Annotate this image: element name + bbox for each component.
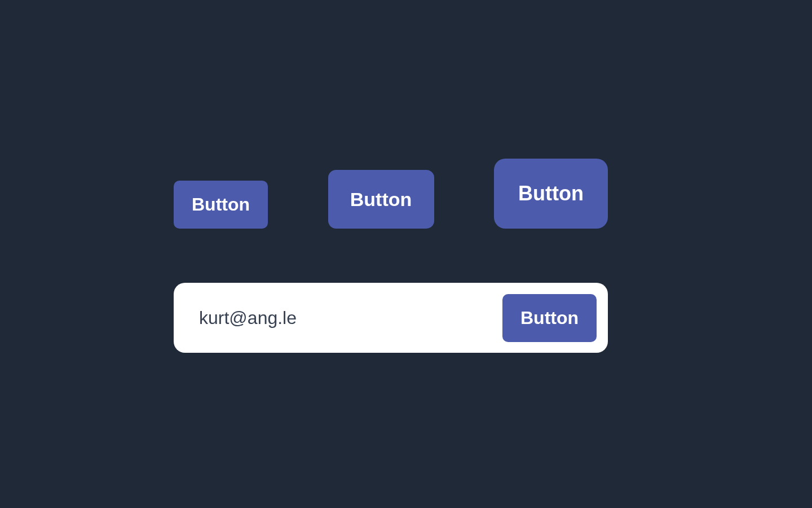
button-size-row: Button Button Button [174,159,608,229]
search-submit-button[interactable]: Button [502,294,597,342]
button-large[interactable]: Button [494,159,608,229]
button-medium[interactable]: Button [328,170,434,229]
search-bar: Button [174,283,608,353]
search-input[interactable] [199,308,502,329]
button-small[interactable]: Button [174,181,268,229]
